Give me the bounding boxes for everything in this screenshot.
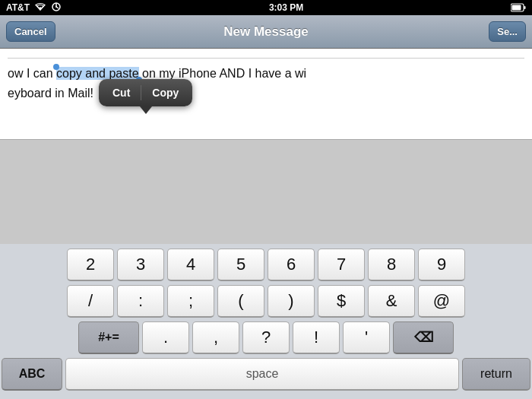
compose-area: Cut Copy ow I can copy and paste on my i… [0,49,532,140]
abc-key[interactable]: ABC [2,358,62,391]
key-2[interactable]: 2 [67,249,114,281]
status-right [511,3,526,12]
space-key[interactable]: space [65,358,459,391]
to-field[interactable] [8,55,524,59]
nav-title: New Message [223,24,309,40]
keyboard-row-1: 2 3 4 5 6 7 8 9 [2,249,530,281]
cancel-button[interactable]: Cancel [6,21,55,42]
cut-button[interactable]: Cut [102,84,141,102]
key-hashplus[interactable]: #+= [78,321,139,354]
copy-button[interactable]: Copy [141,84,189,102]
carrier-label: AT&T [6,2,30,13]
key-apostrophe[interactable]: ' [343,321,390,354]
backspace-key[interactable]: ⌫ [393,321,454,354]
before-selection-text: ow I can [8,67,56,80]
message-body: ow I can copy and paste on my iPhone AND… [8,63,524,103]
time-label: 3:03 PM [269,2,303,13]
key-dollar[interactable]: $ [318,285,365,318]
key-ampersand[interactable]: & [368,285,415,318]
return-key[interactable]: return [462,358,530,391]
key-7[interactable]: 7 [318,249,365,281]
activity-icon [51,2,62,14]
svg-rect-5 [512,5,521,11]
key-slash[interactable]: / [67,285,114,318]
keyboard-row-3: #+= . , ? ! ' ⌫ [2,321,530,354]
key-3[interactable]: 3 [117,249,164,281]
key-period[interactable]: . [142,321,189,354]
keyboard-row-4: ABC space return [2,358,530,391]
svg-point-3 [55,6,57,8]
key-exclaim[interactable]: ! [293,321,340,354]
key-8[interactable]: 8 [368,249,415,281]
key-colon[interactable]: : [117,285,164,318]
selected-word: copy and paste [56,67,139,80]
status-bar: AT&T 3:03 PM [0,0,532,15]
battery-icon [511,3,526,12]
wifi-icon [34,2,46,14]
nav-bar: Cancel New Message Se... [0,15,532,49]
selection-handle-top [53,64,59,70]
key-9[interactable]: 9 [418,249,465,281]
status-left: AT&T [6,2,62,14]
keyboard: 2 3 4 5 6 7 8 9 / : ; ( ) $ & @ #+= . , … [0,244,532,399]
selected-text: copy and paste [56,67,139,80]
key-6[interactable]: 6 [268,249,315,281]
key-comma[interactable]: , [192,321,239,354]
send-button[interactable]: Se... [489,21,526,42]
key-5[interactable]: 5 [217,249,264,281]
key-rparen[interactable]: ) [268,285,315,318]
key-semicolon[interactable]: ; [167,285,214,318]
keyboard-row-2: / : ; ( ) $ & @ [2,285,530,318]
after-selection-text: on my iPhone AND I have a wi [139,67,307,80]
key-question[interactable]: ? [242,321,290,354]
message-line2: eyboard in Mail! [8,84,524,103]
key-lparen[interactable]: ( [217,285,264,318]
svg-rect-6 [524,6,526,9]
key-4[interactable]: 4 [167,249,214,281]
key-at[interactable]: @ [418,285,465,318]
context-menu: Cut Copy [99,79,192,106]
